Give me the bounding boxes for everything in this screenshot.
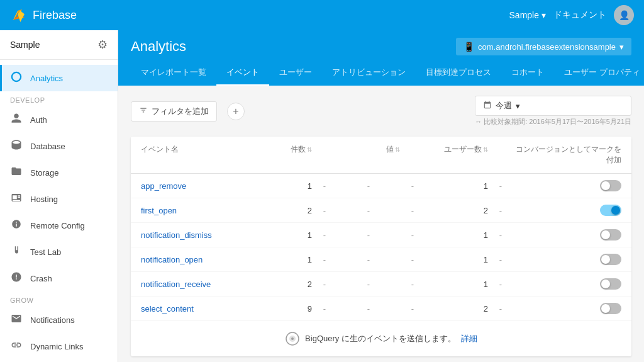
sidebar: Sample ⚙ Analytics DEVELOP Auth: [0, 30, 118, 362]
sidebar-top: Sample ⚙: [0, 30, 118, 60]
value-dash: -: [400, 181, 425, 191]
date-label: 今週: [496, 100, 512, 111]
project-selector[interactable]: Sample ▾: [509, 10, 546, 20]
value-dash: -: [400, 280, 425, 289]
compare-arrow: ↔: [475, 118, 482, 125]
col-count: 件数⇅: [249, 144, 312, 166]
event-name-cell[interactable]: app_remove: [141, 181, 249, 191]
value-cell: -: [337, 206, 400, 215]
android-icon: 📱: [464, 42, 474, 52]
events-table: イベント名 件数⇅ 値⇅ ユーザー数⇅ コンバージョンとしてマークを付加 app…: [131, 137, 631, 356]
conversion-toggle[interactable]: [600, 254, 621, 265]
value-dash: -: [400, 304, 425, 314]
sidebar-dynamic-links-label: Dynamic Links: [30, 342, 84, 351]
sidebar-section-grow: GROW: [0, 291, 118, 307]
sidebar-hosting-label: Hosting: [30, 195, 58, 204]
users-dash: -: [488, 280, 513, 289]
gear-icon[interactable]: ⚙: [97, 38, 108, 52]
crash-icon: [10, 271, 23, 285]
dynamic-links-icon: [10, 339, 23, 353]
auth-icon: [10, 113, 23, 127]
project-dropdown-icon: ▾: [541, 10, 546, 20]
tab-my-reports[interactable]: マイレポート一覧: [131, 60, 216, 86]
value-cell: -: [337, 255, 400, 264]
users-dash: -: [488, 206, 513, 215]
test-lab-icon: [10, 245, 23, 259]
col-conversion: コンバージョンとしてマークを付加: [513, 144, 621, 166]
sidebar-storage-label: Storage: [30, 168, 59, 178]
toggle-cell: [513, 229, 621, 240]
sidebar-section-develop: DEVELOP: [0, 91, 118, 106]
count-dash: -: [312, 280, 337, 289]
table-row: notification_open 1 - - - 1 -: [131, 247, 631, 272]
sidebar-item-test-lab[interactable]: Test Lab: [0, 239, 118, 265]
value-dash: -: [400, 206, 425, 215]
toggle-cell: [513, 180, 621, 191]
sidebar-analytics-label: Analytics: [30, 74, 63, 83]
conversion-toggle[interactable]: [600, 303, 621, 314]
tab-user-properties[interactable]: ユーザー プロパティ: [554, 60, 644, 86]
sidebar-item-auth[interactable]: Auth: [0, 106, 118, 133]
count-dash: -: [312, 255, 337, 264]
sidebar-item-crash[interactable]: Crash: [0, 265, 118, 291]
sidebar-item-analytics[interactable]: Analytics: [0, 65, 118, 91]
users-cell: 1: [425, 230, 488, 240]
topbar-right: Sample ▾ ドキュメント 👤: [509, 5, 634, 25]
tab-events[interactable]: イベント: [216, 60, 269, 86]
toggle-cell: [513, 278, 621, 290]
sidebar-item-remote-config[interactable]: Remote Config: [0, 212, 118, 239]
sidebar-project-name: Sample: [10, 40, 40, 50]
tab-goal[interactable]: 目標到達プロセス: [416, 60, 501, 86]
date-right: 今週 ▾ ↔ 比較対象期間: 2016年5月17日〜2016年5月21日: [475, 96, 631, 127]
toggle-cell: [513, 254, 621, 265]
storage-icon: [10, 166, 23, 179]
compare-text: ↔ 比較対象期間: 2016年5月17日〜2016年5月21日: [475, 117, 631, 127]
date-selector[interactable]: 今週 ▾: [475, 96, 631, 116]
table-row: notification_receive 2 - - - 1 -: [131, 272, 631, 297]
sidebar-item-notifications[interactable]: Notifications: [0, 307, 118, 333]
project-name: Sample: [509, 10, 539, 20]
tab-cohort[interactable]: コホート: [501, 60, 554, 86]
count-dash: -: [312, 230, 337, 240]
sidebar-notifications-label: Notifications: [30, 315, 75, 325]
conversion-toggle[interactable]: [600, 278, 621, 290]
filter-button[interactable]: フィルタを追加: [131, 101, 217, 122]
tab-users[interactable]: ユーザー: [269, 60, 322, 86]
sidebar-test-lab-label: Test Lab: [30, 247, 61, 257]
tab-attribution[interactable]: アトリビューション: [322, 60, 416, 86]
sidebar-item-database[interactable]: Database: [0, 133, 118, 159]
event-name-cell[interactable]: select_content: [141, 304, 249, 314]
conversion-toggle[interactable]: [600, 229, 621, 240]
sidebar-section-earn: EARN: [0, 359, 118, 362]
event-name-cell[interactable]: notification_receive: [141, 280, 249, 289]
sidebar-item-dynamic-links[interactable]: Dynamic Links: [0, 333, 118, 359]
sidebar-crash-label: Crash: [30, 274, 52, 283]
filter-row: フィルタを追加 + 今週 ▾ ↔ 比較対象期間: 2016年5月17日〜201: [131, 96, 631, 127]
bigquery-text: BigQuery に生のイベントを送信します。: [305, 333, 456, 344]
event-name-cell[interactable]: notification_dismiss: [141, 230, 249, 240]
conversion-toggle[interactable]: [600, 205, 621, 216]
calendar-icon: [483, 101, 492, 111]
layout: Sample ⚙ Analytics DEVELOP Auth: [0, 30, 644, 362]
filter-add-button[interactable]: +: [227, 103, 245, 120]
topbar: Firebase Sample ▾ ドキュメント 👤: [0, 0, 644, 30]
event-name-cell[interactable]: first_open: [141, 206, 249, 215]
docs-link[interactable]: ドキュメント: [553, 9, 606, 21]
count-dash: -: [312, 206, 337, 215]
value-dash: -: [400, 230, 425, 240]
sidebar-item-hosting[interactable]: Hosting: [0, 186, 118, 212]
bigquery-link[interactable]: 詳細: [461, 333, 477, 344]
avatar[interactable]: 👤: [614, 5, 634, 25]
sidebar-item-storage[interactable]: Storage: [0, 159, 118, 186]
value-cell: -: [337, 230, 400, 240]
col-users: ユーザー数⇅: [425, 144, 488, 166]
app-selector[interactable]: 📱 com.androhi.firebaseextensionsample ▾: [456, 38, 631, 55]
count-cell: 1: [249, 230, 312, 240]
value-dash: -: [400, 255, 425, 264]
conversion-toggle[interactable]: [600, 180, 621, 191]
main-content: Analytics 📱 com.androhi.firebaseextensio…: [118, 30, 644, 362]
logo-text: Firebase: [33, 9, 77, 22]
event-name-cell[interactable]: notification_open: [141, 255, 249, 264]
toggle-cell: [513, 205, 621, 216]
value-cell: -: [337, 280, 400, 289]
